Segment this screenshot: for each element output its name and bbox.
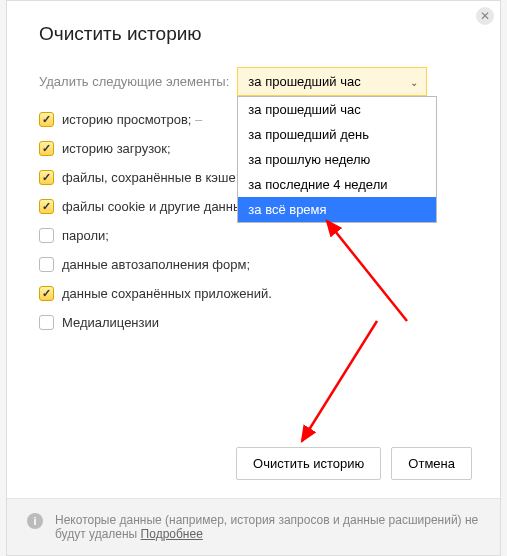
- footer-text: Некоторые данные (например, история запр…: [55, 513, 478, 541]
- time-range-select[interactable]: за прошедший час ⌄ за прошедший час за п…: [237, 67, 427, 96]
- info-icon: i: [27, 513, 43, 529]
- select-value: за прошедший час: [248, 74, 360, 89]
- checkbox-7[interactable]: [39, 315, 54, 330]
- checkbox-0[interactable]: [39, 112, 54, 127]
- time-range-label: Удалить следующие элементы:: [39, 74, 229, 89]
- checkbox-6[interactable]: [39, 286, 54, 301]
- time-range-dropdown: за прошедший час за прошедший день за пр…: [237, 96, 437, 223]
- checkbox-4[interactable]: [39, 228, 54, 243]
- checkbox-1[interactable]: [39, 141, 54, 156]
- cancel-button[interactable]: Отмена: [391, 447, 472, 480]
- check-row-4: пароли;: [39, 228, 472, 243]
- option-4weeks[interactable]: за последние 4 недели: [238, 172, 436, 197]
- option-hour[interactable]: за прошедший час: [238, 97, 436, 122]
- check-extra-0: –: [191, 112, 202, 127]
- footer-link[interactable]: Подробнее: [141, 527, 203, 541]
- button-row: Очистить историю Отмена: [7, 435, 500, 498]
- clear-button[interactable]: Очистить историю: [236, 447, 381, 480]
- check-label-6: данные сохранённых приложений.: [62, 286, 272, 301]
- checkbox-3[interactable]: [39, 199, 54, 214]
- check-label-0: историю просмотров; –: [62, 112, 202, 127]
- check-row-7: Медиалицензии: [39, 315, 472, 330]
- checkbox-2[interactable]: [39, 170, 54, 185]
- close-icon[interactable]: ✕: [476, 7, 494, 25]
- option-day[interactable]: за прошедший день: [238, 122, 436, 147]
- select-box[interactable]: за прошедший час ⌄: [237, 67, 427, 96]
- check-label-7: Медиалицензии: [62, 315, 159, 330]
- clear-history-dialog: ✕ Очистить историю Удалить следующие эле…: [6, 0, 501, 556]
- chevron-down-icon: ⌄: [410, 76, 418, 87]
- option-week[interactable]: за прошлую неделю: [238, 147, 436, 172]
- check-label-1: историю загрузок;: [62, 141, 171, 156]
- checkbox-5[interactable]: [39, 257, 54, 272]
- option-alltime[interactable]: за всё время: [238, 197, 436, 222]
- check-label-4: пароли;: [62, 228, 109, 243]
- page-title: Очистить историю: [39, 23, 472, 45]
- time-range-row: Удалить следующие элементы: за прошедший…: [39, 67, 472, 96]
- footer-text-wrap: Некоторые данные (например, история запр…: [55, 513, 480, 541]
- footer-notice: i Некоторые данные (например, история за…: [7, 498, 500, 555]
- check-row-5: данные автозаполнения форм;: [39, 257, 472, 272]
- dialog-content: Очистить историю Удалить следующие элеме…: [7, 1, 500, 435]
- check-label-5: данные автозаполнения форм;: [62, 257, 250, 272]
- check-row-6: данные сохранённых приложений.: [39, 286, 472, 301]
